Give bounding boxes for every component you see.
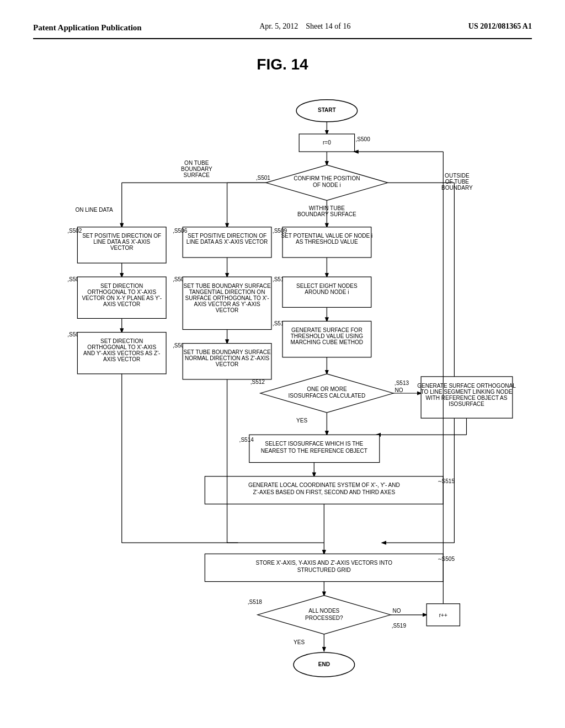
svg-text:LINE DATA AS X'-AXIS: LINE DATA AS X'-AXIS [93,239,150,245]
svg-text:GENERATE LOCAL COORDINATE SYST: GENERATE LOCAL COORDINATE SYSTEM OF X'-,… [248,482,400,488]
svg-text:ISOSURFACES CALCULATED: ISOSURFACES CALCULATED [288,393,365,399]
svg-text:AROUND NODE i: AROUND NODE i [305,289,349,295]
svg-text:OUTSIDE: OUTSIDE [445,173,470,179]
svg-text:ORTHOGONAL TO X'-AXIS: ORTHOGONAL TO X'-AXIS [87,289,156,295]
svg-text:NORMAL DIRECTION AS Z'-AXIS: NORMAL DIRECTION AS Z'-AXIS [185,355,269,361]
svg-text:SELECT EIGHT NODES: SELECT EIGHT NODES [296,283,358,289]
flowchart-diagram: START r=0 ,S500 CONFIRM THE POSITION OF … [33,90,532,697]
svg-text:SET TUBE BOUNDARY SURFACE: SET TUBE BOUNDARY SURFACE [183,283,270,289]
svg-text:AND Y'-AXIS VECTORS AS Z'-: AND Y'-AXIS VECTORS AS Z'- [83,350,160,356]
svg-text:END: END [318,661,330,667]
svg-text:CONFIRM THE POSITION: CONFIRM THE POSITION [294,175,360,181]
svg-text:ISOSURFACE: ISOSURFACE [449,401,484,407]
svg-text:STORE X'-AXIS, Y-AXIS AND Z'-A: STORE X'-AXIS, Y-AXIS AND Z'-AXIS VECTOR… [256,560,393,566]
svg-text:∼S505: ∼S505 [438,556,455,562]
svg-text:ORTHOGONAL TO X'-AXIS: ORTHOGONAL TO X'-AXIS [87,344,156,350]
svg-text:GENERATE SURFACE FOR: GENERATE SURFACE FOR [291,327,363,333]
svg-text:Z'-AXES BASED ON FIRST, SECOND: Z'-AXES BASED ON FIRST, SECOND AND THIRD… [253,489,396,495]
svg-text:STRUCTURED GRID: STRUCTURED GRID [297,567,351,573]
svg-text:SURFACE: SURFACE [184,172,210,178]
svg-text:PROCESSED?: PROCESSED? [305,615,343,621]
svg-text:GENERATE SURFACE ORTHOGONAL: GENERATE SURFACE ORTHOGONAL [417,383,516,389]
svg-text:THRESHOLD VALUE USING: THRESHOLD VALUE USING [291,333,364,339]
page-header: Patent Application Publication Apr. 5, 2… [33,22,532,39]
svg-text:,S519: ,S519 [392,623,407,629]
svg-text:,S512: ,S512 [250,379,265,385]
figure-title: FIG. 14 [33,56,532,73]
svg-text:OF NODE i: OF NODE i [313,182,341,188]
svg-text:YES: YES [294,639,305,645]
svg-text:SET TUBE BOUNDARY SURFACE: SET TUBE BOUNDARY SURFACE [183,349,270,355]
svg-text:ALL NODES: ALL NODES [308,608,339,614]
svg-text:NO: NO [395,387,403,393]
svg-text:VECTOR ON X-Y PLANE AS Y'-: VECTOR ON X-Y PLANE AS Y'- [82,295,162,301]
svg-text:OF TUBE: OF TUBE [445,179,470,185]
svg-text:AXIS VECTOR: AXIS VECTOR [103,356,140,362]
svg-text:SET POTENTIAL VALUE OF NODE i: SET POTENTIAL VALUE OF NODE i [281,233,372,239]
svg-text:WITH REFERENCE OBJECT AS: WITH REFERENCE OBJECT AS [425,395,507,401]
svg-text:NEAREST TO THE REFERENCE OBJEC: NEAREST TO THE REFERENCE OBJECT [261,448,367,454]
svg-text:BOUNDARY: BOUNDARY [441,185,473,191]
svg-text:TO LINE SEGMENT LINKING NODE: TO LINE SEGMENT LINKING NODE [421,389,513,395]
header-center: Apr. 5, 2012 Sheet 14 of 16 [259,22,350,31]
sheet-info: Sheet 14 of 16 [306,22,350,30]
svg-text:ON TUBE: ON TUBE [184,160,209,166]
svg-text:AS THRESHOLD VALUE: AS THRESHOLD VALUE [296,239,358,245]
svg-text:VECTOR: VECTOR [216,307,239,313]
svg-text:SET POSITIVE DIRECTION OF: SET POSITIVE DIRECTION OF [82,233,161,239]
svg-text:SURFACE ORTHOGONAL TO X'-: SURFACE ORTHOGONAL TO X'- [185,295,269,301]
svg-text:VECTOR: VECTOR [216,361,239,367]
patent-number: US 2012/081365 A1 [468,22,532,31]
svg-text:,S500: ,S500 [356,136,371,142]
svg-text:VECTOR: VECTOR [110,245,134,251]
svg-text:,S514: ,S514 [239,437,254,443]
svg-text:,S513: ,S513 [395,380,409,386]
svg-text:NO: NO [392,608,401,614]
svg-text:SET DIRECTION: SET DIRECTION [100,338,143,344]
publication-date: Apr. 5, 2012 [259,22,298,30]
svg-text:SET DIRECTION: SET DIRECTION [100,283,143,289]
svg-text:,S518: ,S518 [248,599,263,605]
svg-text:AXIS VECTOR AS Y'-AXIS: AXIS VECTOR AS Y'-AXIS [194,301,260,307]
svg-text:YES: YES [296,417,307,424]
svg-text:ON LINE DATA: ON LINE DATA [75,207,113,213]
svg-text:,S506: ,S506 [173,228,188,234]
svg-text:AXIS VECTOR: AXIS VECTOR [103,301,140,307]
svg-text:SELECT ISOSURFACE WHICH IS THE: SELECT ISOSURFACE WHICH IS THE [265,441,363,447]
svg-text:,S501: ,S501 [256,175,271,181]
svg-text:START: START [318,107,337,113]
svg-text:ONE OR MORE: ONE OR MORE [307,386,347,392]
svg-text:SET POSITIVE DIRECTION OF: SET POSITIVE DIRECTION OF [188,233,266,239]
svg-text:,S509: ,S509 [273,228,287,234]
svg-text:,S502: ,S502 [67,228,82,234]
svg-text:∼S515: ∼S515 [438,478,455,484]
svg-text:LINE DATA AS X'-AXIS VECTOR: LINE DATA AS X'-AXIS VECTOR [186,239,268,245]
publication-title: Patent Application Publication [33,22,142,34]
svg-text:BOUNDARY: BOUNDARY [181,166,212,172]
svg-text:r++: r++ [439,612,447,618]
svg-text:MARCHING CUBE METHOD: MARCHING CUBE METHOD [291,339,364,345]
page: Patent Application Publication Apr. 5, 2… [0,0,565,728]
svg-text:r=0: r=0 [323,140,331,146]
svg-text:TANGENTIAL DIRECTION ON: TANGENTIAL DIRECTION ON [189,289,265,295]
